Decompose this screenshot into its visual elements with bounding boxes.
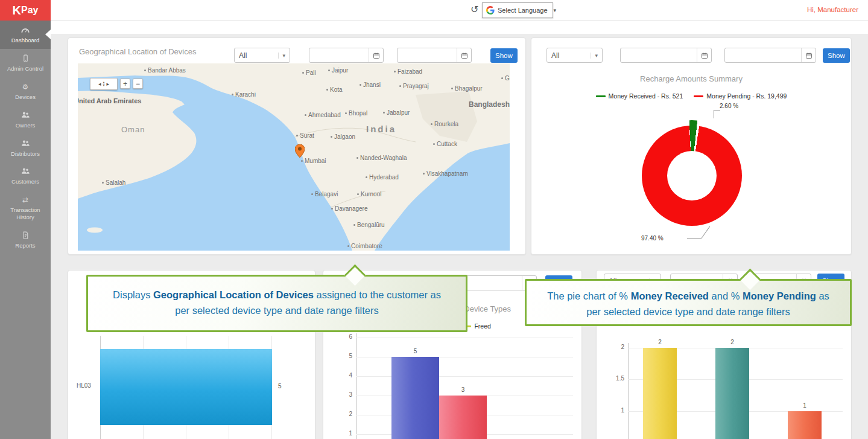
axis-line	[356, 333, 357, 439]
map-city-label: Faizabad	[394, 68, 422, 75]
map-pan-control[interactable]: ◂ ▴▾ ▸	[90, 78, 118, 90]
sidebar-item-dashboard[interactable]: Dashboard	[0, 21, 51, 49]
map-city-label: Prayagraj	[399, 83, 429, 89]
sidebar-item-admin-control[interactable]: Admin Control	[0, 49, 51, 77]
leader-line	[714, 110, 720, 118]
kpay-logo: KPay	[0, 0, 51, 21]
devices-gear-icon: ⚙	[2, 83, 49, 92]
chevron-down-icon: ▾	[591, 53, 598, 59]
map-city-label: Rourkela	[431, 121, 458, 127]
map-region-label: India	[366, 124, 396, 134]
y-tick: 1	[334, 430, 352, 437]
selected-device-type: All	[551, 51, 559, 60]
device-type-select[interactable]: All ▾	[234, 48, 290, 63]
sidebar-nav: Dashboard Admin Control ⚙ Devices Owners…	[0, 21, 51, 439]
date-to-input[interactable]	[397, 48, 472, 63]
map-pin-icon[interactable]	[295, 144, 305, 160]
y-tick: 1.5	[606, 375, 624, 382]
gridline	[356, 376, 573, 377]
pie-legend: Money Received - Rs. 521 Money Pending -…	[531, 92, 851, 100]
sidebar-item-label: Devices	[15, 94, 36, 100]
logo-pay: Pay	[21, 5, 38, 16]
gridline	[356, 357, 573, 357]
sidebar-item-label: Reports	[15, 242, 35, 249]
recharge-donut-chart	[642, 126, 742, 226]
language-selector-label: Select Language	[498, 7, 548, 14]
show-button[interactable]: Show	[490, 48, 518, 63]
map-land-water	[78, 63, 510, 251]
map-city-label: Bandar Abbas	[144, 67, 186, 74]
map-city-label: Visakhapatnam	[423, 170, 468, 177]
map-city-label: Bhagalpur	[451, 85, 483, 92]
map-city-label: Jhansi	[360, 82, 381, 88]
show-button[interactable]: Show	[823, 48, 850, 63]
map-canvas[interactable]: United Arab Emirates Oman India Banglade…	[78, 63, 510, 251]
map-city-label: Jaipur	[328, 67, 348, 74]
map-city-label: Pali	[302, 69, 316, 76]
recharge-summary-panel: All ▾ Show Recharge Amounts Summary Mone…	[531, 37, 852, 255]
language-selector[interactable]: Select Language ▾	[482, 2, 553, 18]
y-tick: 5	[334, 353, 352, 359]
dashboard-icon	[2, 26, 49, 35]
callout-text: The pie chart of %	[547, 290, 631, 301]
legend-label: Money Pending - Rs. 19,499	[706, 92, 787, 100]
y-tick: 4	[334, 372, 352, 379]
y-tick: 6	[334, 333, 352, 340]
geo-location-panel: Geographical Location of Devices All ▾ S…	[68, 37, 526, 255]
callout-text: and %	[709, 290, 743, 301]
bar	[100, 349, 272, 425]
pan-down-icon[interactable]: ▾	[103, 84, 104, 87]
refresh-icon[interactable]: ↺	[470, 4, 478, 15]
device-type-select[interactable]: All ▾	[546, 48, 603, 63]
map-city-label: Coimbatore	[347, 243, 382, 249]
content-top-strip	[51, 21, 868, 34]
admin-control-icon	[2, 54, 49, 63]
zoom-in-button[interactable]: +	[120, 79, 130, 89]
sidebar-item-transaction-history[interactable]: ⇄ Transaction History	[0, 190, 51, 226]
map-callout-tooltip: Displays Geographical Location of Device…	[86, 275, 467, 332]
callout-text: Displays	[113, 289, 153, 300]
transaction-history-icon: ⇄	[2, 196, 49, 205]
zoom-out-button[interactable]: −	[133, 79, 143, 89]
pie-callout-tooltip: The pie chart of % Money Received and % …	[525, 279, 852, 326]
y-tick: 2	[334, 411, 352, 417]
sidebar-item-devices[interactable]: ⚙ Devices	[0, 77, 51, 106]
sidebar-item-label: Customers	[11, 178, 39, 185]
calendar-icon	[697, 48, 711, 62]
map-city-label: Nanded-Waghala	[356, 155, 407, 161]
calendar-icon	[801, 48, 816, 62]
axis-line	[628, 343, 629, 439]
top-header: KPay ↺ Select Language ▾ Hi, Manufacture…	[0, 0, 868, 21]
owners-people-icon	[2, 111, 49, 120]
sidebar-item-distributors[interactable]: Distributors	[0, 134, 51, 162]
y-tick: 3	[334, 391, 352, 398]
date-from-input[interactable]	[620, 48, 712, 63]
bar	[788, 411, 822, 439]
map-city-label: Kota	[326, 86, 343, 93]
bar-value-label: 2	[715, 339, 749, 345]
callout-text-bold: Money Received	[631, 290, 709, 301]
legend-item: Money Received - Rs. 521	[596, 92, 683, 100]
map-city-label: Salalah	[102, 179, 125, 186]
sidebar-item-customers[interactable]: Customers	[0, 162, 51, 190]
pan-right-icon[interactable]: ▸	[107, 81, 110, 87]
pan-left-icon[interactable]: ◂	[98, 81, 101, 87]
sidebar-item-reports[interactable]: Reports	[0, 226, 51, 254]
sidebar-item-owners[interactable]: Owners	[0, 106, 51, 134]
bar-value-label: 1	[788, 402, 822, 409]
customers-people-icon	[2, 167, 49, 176]
date-to-input[interactable]	[724, 48, 816, 63]
leader-line	[687, 238, 702, 239]
dashboard-page: KPay ↺ Select Language ▾ Hi, Manufacture…	[0, 0, 868, 439]
panel-title: Geographical Location of Devices	[79, 47, 196, 56]
sidebar-item-label: Dashboard	[11, 37, 39, 43]
map-city-label: Karachi	[232, 91, 256, 98]
bar-value-label: 2	[643, 339, 677, 345]
date-from-input[interactable]	[309, 48, 384, 63]
gridline	[356, 338, 573, 338]
donut-hole	[667, 151, 717, 200]
callout-text-bold: Money Pending	[743, 290, 816, 301]
map-city-label: Bhopal	[345, 110, 367, 117]
map-city-label: Ahmedabad	[305, 112, 341, 118]
google-icon	[486, 6, 495, 14]
